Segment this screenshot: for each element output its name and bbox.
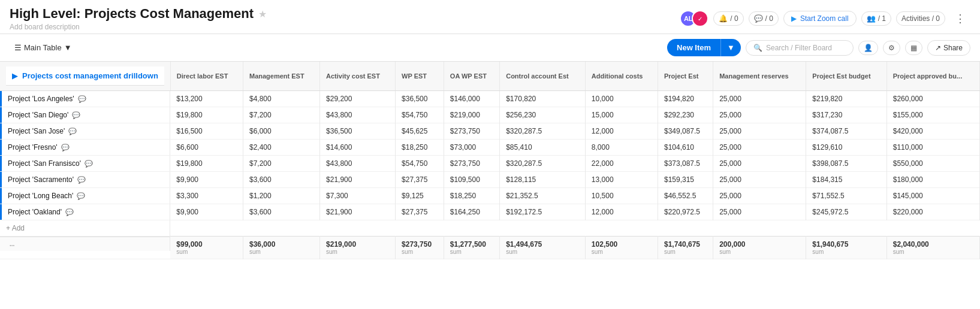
toolbar-left: ☰ Main Table ▼ xyxy=(10,41,77,54)
filter-icon: ▦ xyxy=(910,44,917,52)
sum-name-cell: ... xyxy=(0,237,170,251)
header-right: AL ✓ 🔔 / 0 💬 / 0 ▶ Start Zoom call 👥 / 1… xyxy=(680,10,970,28)
main-table: ▶ Projects cost management drilldown Dir… xyxy=(0,62,980,259)
cell-additional_costs: 22,000 xyxy=(585,156,658,172)
cell-direct_labor: $16,500 xyxy=(170,123,243,140)
filter-button[interactable]: ▦ xyxy=(905,41,922,55)
group-chevron-icon[interactable]: ▶ xyxy=(12,72,17,80)
cell-activity_cost: $29,200 xyxy=(320,91,396,107)
sum-project_est: $1,740,675sum xyxy=(658,237,713,259)
table-row: Project 'Sacramento'💬$9,900$3,600$21,900… xyxy=(0,172,980,188)
cell-control_account: $192,172.5 xyxy=(500,204,586,220)
cell-activity_cost: $43,800 xyxy=(320,156,396,172)
cell-additional_costs: 10,500 xyxy=(585,188,658,204)
avatar-badge[interactable]: ✓ xyxy=(692,10,708,27)
users-icon: 👥 xyxy=(867,14,876,23)
cell-project_est: $292,230 xyxy=(658,107,713,123)
main-table-button[interactable]: ☰ Main Table ▼ xyxy=(10,41,77,54)
cell-project_est: $104,610 xyxy=(658,140,713,156)
cell-additional_costs: 13,000 xyxy=(585,172,658,188)
cell-direct_labor: $9,900 xyxy=(170,172,243,188)
person-filter-button[interactable]: 👤 xyxy=(858,41,878,55)
activities-button[interactable]: Activities / 0 xyxy=(896,11,945,26)
cell-wp_est: $27,375 xyxy=(396,204,444,220)
row-name: Project 'San Fransisco' xyxy=(8,159,81,168)
comment-icon[interactable]: 💬 xyxy=(72,111,80,119)
col-project-est-budget: Project Est budget xyxy=(806,62,886,91)
cell-activity_cost: $21,900 xyxy=(320,172,396,188)
more-options-button[interactable]: ⋮ xyxy=(950,10,970,28)
row-name: Project 'Sacramento' xyxy=(8,175,74,184)
cell-activity_cost: $14,600 xyxy=(320,140,396,156)
board-description[interactable]: Add board description xyxy=(10,23,267,31)
table-row: Project 'Fresno'💬$6,600$2,400$14,600$18,… xyxy=(0,140,980,156)
add-item-cell[interactable]: + Add xyxy=(0,220,170,236)
cell-project_est: $194,820 xyxy=(658,91,713,107)
cell-project_est: $373,087.5 xyxy=(658,156,713,172)
settings-button[interactable]: ⚙ xyxy=(883,41,900,55)
chevron-down-icon: ▼ xyxy=(64,43,72,52)
new-item-button[interactable]: New Item ▼ xyxy=(667,39,741,56)
cell-project_approved: $180,000 xyxy=(886,172,979,188)
col-control-account: Control account Est xyxy=(500,62,586,91)
person-icon: 👤 xyxy=(864,44,873,52)
table-row: Project 'San Diego'💬$19,800$7,200$43,800… xyxy=(0,107,980,123)
cell-mgmt_est: $3,600 xyxy=(243,204,319,220)
cell-wp_est: $45,625 xyxy=(396,123,444,140)
col-project-approved: Project approved bu... xyxy=(886,62,979,91)
cell-project_est_budget: $129,610 xyxy=(806,140,886,156)
cell-mgmt_reserves: 25,000 xyxy=(713,204,806,220)
cell-mgmt_reserves: 25,000 xyxy=(713,123,806,140)
cell-name: Project 'San Diego'💬 xyxy=(0,107,170,123)
cell-additional_costs: 10,000 xyxy=(585,91,658,107)
cell-control_account: $170,820 xyxy=(500,91,586,107)
comment-icon[interactable]: 💬 xyxy=(85,160,93,168)
col-oa-wp-est: OA WP EST xyxy=(444,62,499,91)
cell-wp_est: $54,750 xyxy=(396,156,444,172)
col-additional-costs: Additional costs xyxy=(585,62,658,91)
settings-icon: ⚙ xyxy=(888,44,895,52)
comment-icon[interactable]: 💬 xyxy=(77,192,85,200)
zoom-button[interactable]: ▶ Start Zoom call xyxy=(783,11,857,26)
new-item-arrow[interactable]: ▼ xyxy=(720,39,741,56)
sum-oa_wp_est: $1,277,500sum xyxy=(444,237,499,259)
search-filter-input[interactable]: 🔍 Search / Filter Board xyxy=(746,40,854,56)
col-project-est: Project Est xyxy=(658,62,713,91)
cell-oa_wp_est: $164,250 xyxy=(444,204,499,220)
table-row: Project 'Oakland'💬$9,900$3,600$21,900$27… xyxy=(0,204,980,220)
cell-project_approved: $550,000 xyxy=(886,156,979,172)
cell-control_account: $128,115 xyxy=(500,172,586,188)
comment-icon[interactable]: 💬 xyxy=(68,128,77,135)
cell-mgmt_est: $2,400 xyxy=(243,140,319,156)
sum-wp_est: $273,750sum xyxy=(396,237,444,259)
bell-button[interactable]: 🔔 / 0 xyxy=(713,11,743,26)
comment-icon[interactable]: 💬 xyxy=(78,95,86,103)
col-activity-cost: Activity cost EST xyxy=(320,62,396,91)
table-icon: ☰ xyxy=(14,43,22,52)
zoom-icon: ▶ xyxy=(791,14,797,23)
cell-oa_wp_est: $109,500 xyxy=(444,172,499,188)
comment-icon[interactable]: 💬 xyxy=(77,176,86,184)
chat-button[interactable]: 💬 / 0 xyxy=(749,11,779,26)
cell-project_approved: $420,000 xyxy=(886,123,979,140)
toolbar-right: New Item ▼ 🔍 Search / Filter Board 👤 ⚙ ▦… xyxy=(667,39,970,56)
cell-mgmt_reserves: 25,000 xyxy=(713,156,806,172)
cell-mgmt_est: $6,000 xyxy=(243,123,319,140)
comment-icon[interactable]: 💬 xyxy=(61,144,70,152)
cell-wp_est: $54,750 xyxy=(396,107,444,123)
comment-icon[interactable]: 💬 xyxy=(65,208,74,216)
cell-additional_costs: 15,000 xyxy=(585,107,658,123)
users-button[interactable]: 👥 / 1 xyxy=(861,11,891,26)
cell-name: Project 'Fresno'💬 xyxy=(0,140,170,155)
cell-mgmt_est: $4,800 xyxy=(243,91,319,107)
share-button[interactable]: ↗ Share xyxy=(927,40,970,56)
cell-mgmt_reserves: 25,000 xyxy=(713,91,806,107)
star-icon[interactable]: ★ xyxy=(258,8,267,20)
add-row[interactable]: + Add xyxy=(0,220,980,237)
row-name: Project 'Fresno' xyxy=(8,143,58,152)
sum-direct_labor: $99,000sum xyxy=(170,237,243,259)
cell-wp_est: $36,500 xyxy=(396,91,444,107)
cell-activity_cost: $36,500 xyxy=(320,123,396,140)
table-container: ▶ Projects cost management drilldown Dir… xyxy=(0,62,980,259)
cell-direct_labor: $6,600 xyxy=(170,140,243,156)
